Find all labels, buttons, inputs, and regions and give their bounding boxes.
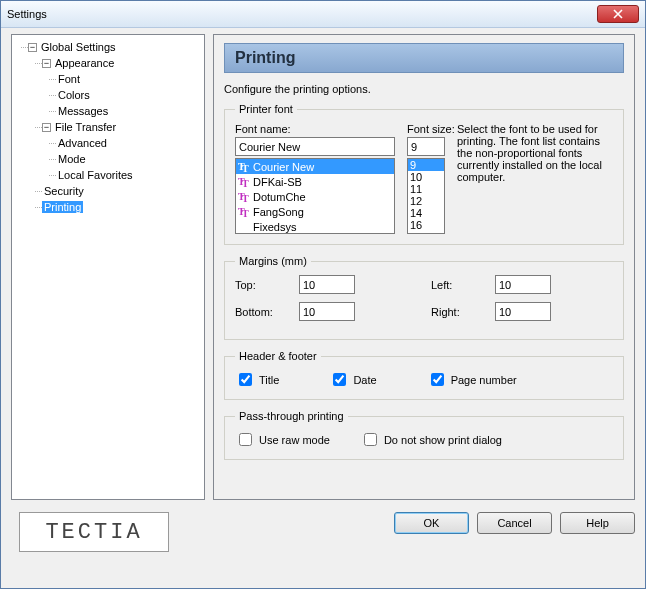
header-footer-group: Header & footer Title Date Page number (224, 350, 624, 400)
list-item[interactable]: 16 (408, 219, 444, 231)
help-text: Select the font to be used for printing.… (457, 123, 613, 234)
printer-font-legend: Printer font (235, 103, 297, 115)
tree-item-messages[interactable]: Messages (14, 103, 202, 119)
settings-panel: Printing Configure the printing options.… (213, 34, 635, 500)
tree-item-appearance[interactable]: − Appearance (14, 55, 202, 71)
margins-legend: Margins (mm) (235, 255, 311, 267)
window-title: Settings (7, 8, 597, 20)
margin-top-label: Top: (235, 279, 291, 291)
tree-item-printing[interactable]: Printing (14, 199, 202, 215)
margin-left-input[interactable] (495, 275, 551, 294)
list-item[interactable]: Fixedsys (236, 219, 394, 234)
list-item[interactable]: 11 (408, 183, 444, 195)
font-size-label: Font size: (407, 123, 445, 135)
raw-mode-checkbox[interactable]: Use raw mode (235, 430, 330, 449)
tree-item-colors[interactable]: Colors (14, 87, 202, 103)
collapse-icon[interactable]: − (28, 43, 37, 52)
collapse-icon[interactable]: − (42, 123, 51, 132)
font-size-input[interactable] (407, 137, 445, 156)
margin-bottom-label: Bottom: (235, 306, 291, 318)
title-bar: Settings (1, 1, 645, 28)
tree-item-local-favorites[interactable]: Local Favorites (14, 167, 202, 183)
help-button[interactable]: Help (560, 512, 635, 534)
tree-item-file-transfer[interactable]: − File Transfer (14, 119, 202, 135)
font-listbox[interactable]: Courier New DFKai-SB DotumChe FangSong F… (235, 158, 395, 234)
tree-item-global-settings[interactable]: − Global Settings (14, 39, 202, 55)
margin-right-input[interactable] (495, 302, 551, 321)
margin-top-input[interactable] (299, 275, 355, 294)
collapse-icon[interactable]: − (42, 59, 51, 68)
cancel-button[interactable]: Cancel (477, 512, 552, 534)
truetype-icon (238, 162, 250, 172)
tree-item-font[interactable]: Font (14, 71, 202, 87)
tree-item-advanced[interactable]: Advanced (14, 135, 202, 151)
list-item[interactable]: 14 (408, 207, 444, 219)
list-item[interactable]: 9 (408, 159, 444, 171)
margin-right-label: Right: (431, 306, 487, 318)
ok-button[interactable]: OK (394, 512, 469, 534)
panel-desc: Configure the printing options. (224, 83, 624, 95)
page-number-checkbox[interactable]: Page number (427, 370, 517, 389)
margin-bottom-input[interactable] (299, 302, 355, 321)
tectia-logo: TECTIA (19, 512, 169, 552)
panel-title: Printing (224, 43, 624, 73)
close-button[interactable] (597, 5, 639, 23)
title-checkbox[interactable]: Title (235, 370, 279, 389)
date-checkbox[interactable]: Date (329, 370, 376, 389)
close-icon (613, 9, 623, 19)
pass-through-legend: Pass-through printing (235, 410, 348, 422)
header-footer-legend: Header & footer (235, 350, 321, 362)
tree-item-mode[interactable]: Mode (14, 151, 202, 167)
list-item[interactable]: Courier New (236, 159, 394, 174)
pass-through-group: Pass-through printing Use raw mode Do no… (224, 410, 624, 460)
font-name-label: Font name: (235, 123, 395, 135)
list-item[interactable]: DFKai-SB (236, 174, 394, 189)
printer-font-group: Printer font Font name: Courier New DFKa… (224, 103, 624, 245)
settings-window: Settings − Global Settings − Appearance … (0, 0, 646, 589)
truetype-icon (238, 207, 250, 217)
size-listbox[interactable]: 9 10 11 12 14 16 (407, 158, 445, 234)
no-dialog-checkbox[interactable]: Do not show print dialog (360, 430, 502, 449)
truetype-icon (238, 177, 250, 187)
tree-item-security[interactable]: Security (14, 183, 202, 199)
list-item[interactable]: 12 (408, 195, 444, 207)
nav-tree[interactable]: − Global Settings − Appearance Font Colo… (11, 34, 205, 500)
margin-left-label: Left: (431, 279, 487, 291)
margins-group: Margins (mm) Top: Left: Bottom: Right: (224, 255, 624, 340)
list-item[interactable]: DotumChe (236, 189, 394, 204)
list-item[interactable]: FangSong (236, 204, 394, 219)
list-item[interactable]: 10 (408, 171, 444, 183)
font-name-input[interactable] (235, 137, 395, 156)
truetype-icon (238, 192, 250, 202)
